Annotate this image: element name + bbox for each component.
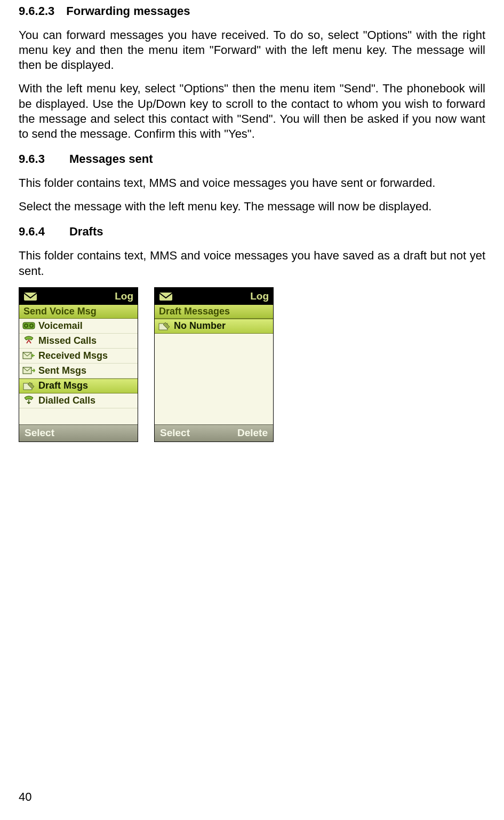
list-item[interactable]: Voicemail xyxy=(19,319,138,334)
list-item[interactable]: Draft Msgs xyxy=(19,379,138,393)
phone-screen-log-menu: Log Send Voice Msg VoicemailMissed Calls… xyxy=(19,287,138,442)
screen-band: Draft Messages xyxy=(155,305,273,319)
list-item-label: Draft Msgs xyxy=(38,380,88,391)
screen-band: Send Voice Msg xyxy=(19,305,138,319)
softkey-bar: Select Delete xyxy=(155,424,273,441)
paragraph: You can forward messages you have receiv… xyxy=(19,28,485,73)
list-item[interactable]: Dialled Calls xyxy=(19,393,138,408)
svg-rect-0 xyxy=(24,293,37,301)
heading-drafts: 9.6.4Drafts xyxy=(19,225,485,239)
empty-area xyxy=(155,334,273,424)
band-label: Draft Messages xyxy=(159,306,230,317)
page-number: 40 xyxy=(19,790,31,804)
list-item-label: Received Msgs xyxy=(38,350,108,361)
phone-screen-draft-messages: Log Draft Messages No Number Select Dele… xyxy=(154,287,274,442)
section-title: Drafts xyxy=(69,225,103,238)
missed-call-icon xyxy=(22,335,35,346)
voicemail-icon xyxy=(22,320,35,331)
section-number: 9.6.4 xyxy=(19,225,45,239)
sent-msg-icon xyxy=(22,365,35,376)
list-area: No Number xyxy=(155,319,273,424)
section-number: 9.6.2.3 xyxy=(19,4,54,18)
envelope-icon xyxy=(158,290,174,302)
titlebar: Log xyxy=(19,288,138,305)
section-title: Messages sent xyxy=(69,152,153,165)
heading-messages-sent: 9.6.3Messages sent xyxy=(19,152,485,166)
section-title: Forwarding messages xyxy=(66,4,190,18)
softkey-left[interactable]: Select xyxy=(160,427,190,439)
titlebar: Log xyxy=(155,288,273,305)
band-label: Send Voice Msg xyxy=(23,306,97,317)
list-item[interactable]: Received Msgs xyxy=(19,349,138,364)
received-msg-icon xyxy=(22,350,35,361)
list-item-label: No Number xyxy=(174,320,226,332)
draft-msg-icon xyxy=(158,321,171,332)
list-item[interactable]: No Number xyxy=(155,319,273,334)
list-item-label: Sent Msgs xyxy=(38,365,86,376)
titlebar-label: Log xyxy=(250,290,269,302)
list-item[interactable]: Sent Msgs xyxy=(19,364,138,379)
softkey-right[interactable]: Delete xyxy=(237,427,268,439)
list-item-label: Missed Calls xyxy=(38,335,97,346)
paragraph: With the left menu key, select "Options"… xyxy=(19,81,485,141)
envelope-icon xyxy=(22,290,38,302)
dialled-call-icon xyxy=(22,395,35,406)
list-item[interactable]: Missed Calls xyxy=(19,334,138,349)
softkey-left[interactable]: Select xyxy=(25,427,54,439)
svg-rect-7 xyxy=(159,293,172,301)
empty-area xyxy=(19,408,138,424)
paragraph: Select the message with the left menu ke… xyxy=(19,199,485,214)
list-area: VoicemailMissed CallsReceived MsgsSent M… xyxy=(19,319,138,424)
list-item-label: Dialled Calls xyxy=(38,395,95,406)
list-item-label: Voicemail xyxy=(38,320,83,332)
heading-forwarding: 9.6.2.3Forwarding messages xyxy=(19,4,485,18)
section-number: 9.6.3 xyxy=(19,152,45,166)
screenshot-row: Log Send Voice Msg VoicemailMissed Calls… xyxy=(19,287,485,442)
draft-msg-icon xyxy=(22,381,35,391)
paragraph: This folder contains text, MMS and voice… xyxy=(19,176,485,191)
paragraph: This folder contains text, MMS and voice… xyxy=(19,248,485,278)
titlebar-label: Log xyxy=(115,290,133,302)
softkey-bar: Select xyxy=(19,424,138,441)
